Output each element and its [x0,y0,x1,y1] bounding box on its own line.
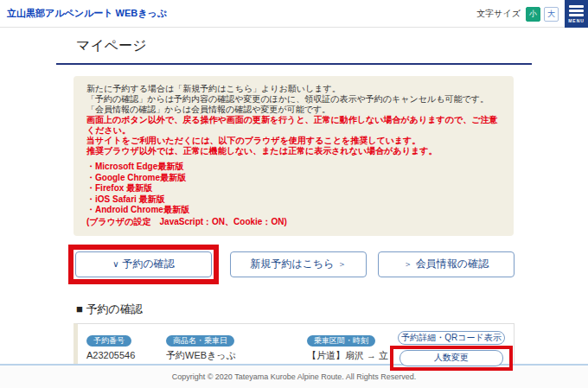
member-info-label: 会員情報の確認 [416,257,489,271]
notice-box: 新たに予約する場合は「新規予約はこちら」よりお願いします。 「予約の確認」からは… [74,76,514,236]
product-date-badge: 商品名・乗車日 [166,335,234,347]
reservation-check-button[interactable]: ∨ 予約の確認 [75,251,212,277]
site-title-link[interactable]: 立山黒部アルペンルート WEBきっぷ [7,7,167,20]
notice-line: 「予約の確認」からは予約内容の確認や変更のほかに、領収証の表示や予約のキャンセル… [86,94,501,105]
chevron-down-icon: ∨ [112,259,118,269]
font-size-control: 文字サイズ 小 大 [476,0,559,28]
menu-label: MENU [568,18,585,23]
font-size-label: 文字サイズ [476,8,521,20]
recommended-browser-list: ・Microsoft Edge最新版 ・Google Chrome最新版 ・Fi… [86,162,501,216]
reservation-section-heading: ■ 予約の確認 [76,302,532,317]
header: 立山黒部アルペンルート WEBきっぷ 文字サイズ 小 大 MENU [0,0,588,28]
browser-settings-note: (ブラウザの設定 JavaScript：ON、Cookie：ON) [86,217,501,227]
change-passenger-count-button[interactable]: 人数変更 [399,350,503,366]
warning-line: 画面上のボタン以外で、戻る操作や画面の更新を行うと、正常に動作しない場合がありま… [86,115,501,136]
new-reservation-label: 新規予約はこちら [250,257,334,271]
browser-item: ・Android Chrome最新版 [86,205,501,216]
reservation-check-label: 予約の確認 [123,257,175,271]
highlight-box-reservation-check: ∨ 予約の確認 [68,245,219,284]
reservation-number-badge: 予約番号 [86,335,131,347]
chevron-right-icon: ＞ [338,258,347,270]
browser-item: ・Firefox 最新版 [86,183,501,194]
hamburger-icon [569,5,584,16]
page-title-bar: マイページ [56,28,532,65]
member-info-button[interactable]: ＞ 会員情報の確認 [378,251,514,277]
browser-item: ・Google Chrome最新版 [86,173,501,184]
chevron-right-icon: ＞ [404,258,412,270]
notice-line: 「会員情報の確認」からは会員情報の確認や変更が可能です。 [86,105,501,115]
warning-line: 推奨ブラウザ以外では、正常に機能しない、または正常に表示されない場合があります。 [86,146,501,156]
new-reservation-button[interactable]: 新規予約はこちら ＞ [230,251,367,277]
font-size-small-button[interactable]: 小 [526,7,540,22]
product-name: 予約WEBきっぷ [166,349,307,362]
font-size-large-button[interactable]: 大 [544,7,559,22]
highlight-box-change-count: 人数変更 [390,346,513,371]
reservation-detail-qr-button[interactable]: 予約詳細・QRコード表示 [398,331,505,345]
browser-item: ・iOS Safari 最新版 [86,194,501,206]
main-content: マイページ 新たに予約する場合は「新規予約はこちら」よりお願いします。 「予約の… [56,28,532,388]
action-button-row: ∨ 予約の確認 新規予約はこちら ＞ ＞ 会員情報の確認 [74,245,514,284]
warning-line: 当サイトをご利用いただくには、以下のブラウザを使用することを推奨しています。 [86,136,501,146]
copyright-text: Copyright © 2020 Tateyama Kurobe Alpine … [172,372,417,381]
segment-time-badge: 乗車区間・時刻 [307,335,375,347]
browser-item: ・Microsoft Edge最新版 [86,162,501,173]
notice-line: 新たに予約する場合は「新規予約はこちら」よりお願いします。 [86,84,501,94]
page-title: マイページ [76,37,532,55]
reservation-number-value: A23205546 [86,350,166,360]
menu-button[interactable]: MENU [565,0,588,28]
